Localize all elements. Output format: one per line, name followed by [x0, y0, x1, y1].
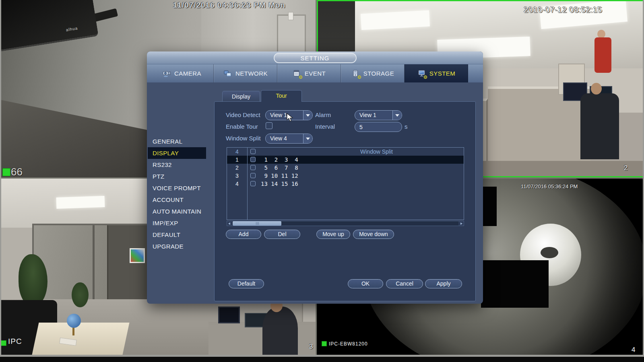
ok-button[interactable]: OK — [348, 279, 383, 288]
row-number: 3 — [227, 172, 247, 180]
horizontal-scrollbar[interactable] — [227, 221, 464, 226]
network-icon — [223, 70, 232, 78]
cam2-standing-person-head — [597, 30, 605, 38]
window-split-select[interactable]: View 4 — [265, 134, 313, 144]
sidebar-item-auto-maintain[interactable]: AUTO MAINTAIN — [151, 206, 206, 217]
cam3-record-indicator-icon — [1, 340, 6, 346]
table-row[interactable]: 1 1 2 3 4 — [227, 156, 464, 164]
apply-button[interactable]: Apply — [425, 279, 462, 288]
screen-edge — [0, 0, 1, 357]
scroll-left-icon[interactable] — [227, 221, 232, 226]
event-icon: ⚙ — [293, 70, 301, 78]
setting-dialog: SETTING CAMERA NETWORK ⚙ EVENT — [147, 51, 483, 304]
sidebar-item-upgrade[interactable]: UPGRADE — [151, 241, 206, 252]
cancel-button[interactable]: Cancel — [386, 279, 423, 288]
row-channels: 1 2 3 4 — [261, 156, 298, 164]
interval-label: Interval — [315, 123, 335, 130]
del-button[interactable]: Del — [264, 230, 300, 239]
cam3-title: IPC — [8, 337, 22, 346]
enable-tour-checkbox[interactable] — [266, 122, 272, 129]
cam2-channel-number: 2 — [624, 164, 627, 172]
row-channels: 9 10 11 12 — [261, 172, 298, 180]
default-button[interactable]: Default — [229, 279, 264, 288]
tab-camera[interactable]: CAMERA — [150, 64, 214, 82]
dialog-header: SETTING — [147, 51, 483, 64]
camera-icon — [162, 70, 171, 78]
tab-event-label: EVENT — [305, 70, 326, 77]
row-channels: 13 14 15 16 — [261, 180, 298, 188]
cam4-timestamp: 11/07/2016 05:36:24 PM — [521, 183, 578, 189]
tab-system[interactable]: ⚙ SYSTEM — [405, 64, 468, 82]
sidebar-item-rs232[interactable]: RS232 — [151, 159, 206, 171]
row-number: 2 — [227, 164, 247, 172]
row-checkbox[interactable] — [250, 173, 256, 178]
row-number: 4 — [227, 180, 247, 188]
cam1-record-indicator-icon — [2, 168, 10, 176]
sidebar-item-imp-exp[interactable]: IMP/EXP — [151, 217, 206, 229]
row-checkbox[interactable] — [250, 157, 256, 162]
cam1-monitor-logo: alhua — [66, 26, 78, 32]
storage-icon: ⚙ — [351, 70, 360, 78]
tab-network[interactable]: NETWORK — [214, 64, 277, 82]
sidebar-item-voice-prompt[interactable]: VOICE PROMPT — [151, 182, 206, 194]
gear-icon: ⚙ — [298, 75, 303, 80]
table-row[interactable]: 2 5 6 7 8 — [227, 164, 464, 172]
alarm-value: View 1 — [359, 112, 376, 118]
header-count: 4 — [227, 148, 247, 156]
tab-storage[interactable]: ⚙ STORAGE — [341, 64, 405, 82]
interval-unit: s — [405, 123, 408, 130]
sidebar-item-default[interactable]: DEFAULT — [151, 229, 206, 241]
cam1-title: 66 — [11, 166, 23, 177]
tour-table: 4 Window Split 1 1 2 3 4 2 5 6 7 8 3 — [227, 147, 464, 220]
window-split-label: Window Split — [226, 135, 261, 142]
chevron-down-icon[interactable] — [303, 111, 312, 120]
tab-network-label: NETWORK — [235, 70, 268, 77]
row-checkbox[interactable] — [250, 181, 256, 186]
enable-tour-label: Enable Tour — [226, 123, 258, 130]
move-up-button[interactable]: Move up — [316, 230, 350, 239]
alarm-select[interactable]: View 1 — [355, 110, 402, 120]
scroll-right-icon[interactable] — [458, 221, 464, 226]
tab-display[interactable]: Display — [222, 91, 260, 102]
table-row[interactable]: 3 9 10 11 12 — [227, 172, 464, 180]
row-checkbox[interactable] — [250, 165, 256, 170]
cam3-glass-mullion — [93, 225, 95, 307]
sidebar-item-ptz[interactable]: PTZ — [151, 171, 206, 182]
tab-system-label: SYSTEM — [429, 70, 456, 77]
window-split-value: View 4 — [270, 135, 287, 142]
interval-input[interactable] — [355, 122, 402, 132]
screen-bottom-bar — [0, 357, 644, 362]
video-detect-select[interactable]: View 1 — [265, 110, 313, 120]
chevron-down-icon[interactable] — [392, 111, 402, 120]
tab-storage-label: STORAGE — [363, 70, 394, 77]
scrollbar-thumb[interactable] — [233, 221, 281, 226]
gear-icon: ⚙ — [423, 75, 427, 80]
tab-event[interactable]: ⚙ EVENT — [277, 64, 341, 82]
cam4-record-indicator-icon — [322, 341, 327, 346]
sidebar-item-general[interactable]: GENERAL — [151, 136, 206, 147]
tour-panel: Video Detect View 1 Alarm View 1 Enable … — [214, 101, 476, 301]
table-row[interactable]: 4 13 14 15 16 — [227, 180, 464, 188]
row-number: 1 — [227, 156, 247, 164]
cam1-outlet — [288, 12, 293, 20]
system-icon: ⚙ — [417, 70, 426, 78]
table-column-divider — [247, 148, 248, 220]
move-down-button[interactable]: Move down — [353, 230, 394, 239]
cam2-timestamp: 2016-07-12 08:52:15 — [524, 5, 602, 14]
cam3-seated-person — [262, 306, 298, 355]
cam3-channel-number: 3 — [309, 343, 313, 351]
cam3-plant — [19, 254, 47, 306]
nvr-screen: alhua 11/07/2016 04:36:23 PM Mon 66 2016… — [0, 0, 644, 362]
video-detect-value: View 1 — [270, 112, 287, 118]
sidebar-item-display[interactable]: DISPLAY — [148, 147, 206, 159]
cam3-coffee-table — [32, 323, 129, 355]
cam1-timestamp: 11/07/2016 04:36:23 PM Mon — [173, 1, 285, 10]
table-header-row: 4 Window Split — [227, 148, 464, 156]
add-button[interactable]: Add — [226, 230, 261, 239]
gear-icon: ⚙ — [357, 75, 361, 80]
chevron-down-icon[interactable] — [303, 134, 312, 143]
cam3-desk-monitor — [218, 306, 240, 323]
dialog-tab-bar: CAMERA NETWORK ⚙ EVENT ⚙ ST — [147, 64, 483, 82]
sidebar-item-account[interactable]: ACCOUNT — [151, 194, 206, 206]
tab-tour[interactable]: Tour — [261, 90, 302, 102]
